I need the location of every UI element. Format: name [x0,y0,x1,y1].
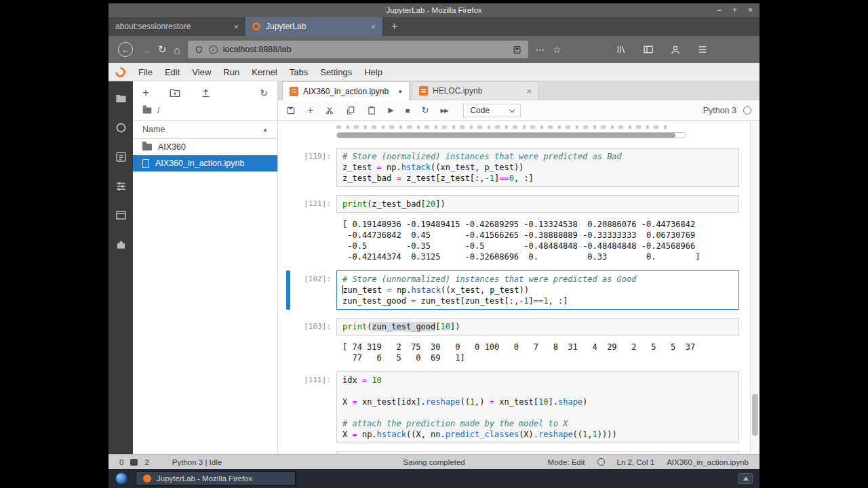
running-sessions-icon[interactable] [115,121,127,134]
property-inspector-icon[interactable] [115,180,127,192]
add-cell-button[interactable]: + [307,104,313,117]
editor-mode[interactable]: Mode: Edit [548,458,585,466]
menu-run[interactable]: Run [217,64,245,80]
taskbar-window-button[interactable]: JupyterLab - Mozilla Firefox [136,471,296,486]
kernels-count[interactable]: 2 [144,458,149,466]
url-text[interactable]: localhost:8888/lab [223,45,507,54]
new-folder-button[interactable] [170,88,180,98]
cell-collapser[interactable] [286,371,290,443]
tracking-shield-icon [195,45,203,54]
home-folder-icon[interactable] [143,108,152,114]
home-button[interactable]: ⌂ [174,44,180,56]
file-item-aix360[interactable]: AIX360 [133,139,277,155]
cell-editor[interactable]: # Store (unnormalized) instances that we… [336,270,739,310]
code-line: # Store (unnormalized) instances that we… [342,274,733,285]
close-tab-icon[interactable]: × [370,22,376,32]
notebook-cell-4[interactable]: [111]:idx = 10 X = xn_test[idx].reshape(… [286,371,739,443]
menu-help[interactable]: Help [358,64,389,80]
browser-tab-jupyterlab[interactable]: JupyterLab × [245,17,382,36]
account-icon[interactable] [670,44,681,55]
cut-cells-button[interactable] [325,106,334,115]
notebook-cell-1[interactable]: [121]:print(z_test_bad[20])[ 0.19148936 … [286,195,739,262]
doc-tab-aix360_in_action.ipynb[interactable]: AIX360_in_action.ipynb● [282,81,410,100]
sidebar-toggle-icon[interactable] [643,44,654,55]
close-window-button[interactable]: × [748,5,753,15]
browser-tab-sessionrestore[interactable]: about:sessionrestore × [108,17,245,36]
notebook-cell-0[interactable]: [119]:# Store (normalized) instances tha… [286,148,739,187]
notebook-scrollbar[interactable] [750,121,760,454]
cell-collapser[interactable] [286,195,290,262]
site-info-icon[interactable]: i [209,45,218,54]
notebook-panel[interactable]: [119]:# Store (normalized) instances tha… [278,121,760,454]
cell-editor[interactable]: print(z_test_bad[20]) [336,195,739,213]
library-icon[interactable] [616,44,627,55]
bookmark-star-icon[interactable]: ☆ [553,44,561,55]
run-cell-button[interactable]: ▶ [388,106,393,115]
file-browser-icon[interactable] [115,92,127,105]
notebook-cell-2[interactable]: [102]:# Store (unnormalized) instances t… [286,270,739,310]
doc-tab-label: AIX360_in_action.ipynb [303,87,394,96]
restart-kernel-button[interactable]: ↻ [421,105,429,115]
breadcrumb[interactable]: / [133,102,277,120]
kernel-indicator[interactable]: Python 3 [703,106,751,115]
open-tabs-icon[interactable] [115,209,127,222]
cell-collapser[interactable] [286,148,290,187]
file-name: AIX360 [158,142,186,152]
code-line: idx = 10 [342,375,733,386]
forward-button[interactable]: → [140,44,151,56]
notebook-cell-3[interactable]: [103]:print(zun_test_good[10])[ 74 319 2… [286,318,739,363]
cell-editor[interactable]: print(zun_test_good[10]) [336,318,739,336]
stop-kernel-button[interactable]: ■ [406,106,410,115]
close-tab-icon[interactable]: × [233,22,239,32]
menu-edit[interactable]: Edit [159,64,186,80]
cell-editor[interactable]: idx = 10 X = xn_test[idx].reshape((1,) +… [336,371,739,443]
file-list-header-label: Name [142,125,165,134]
copy-cells-button[interactable] [346,106,355,115]
extension-manager-icon[interactable] [115,238,127,251]
command-palette-icon[interactable] [115,150,127,163]
reload-button[interactable]: ↻ [158,43,167,56]
menu-view[interactable]: View [186,64,217,80]
upload-button[interactable] [201,88,211,98]
window-titlebar[interactable]: JupyterLab - Mozilla Firefox − + × [108,3,760,17]
reader-view-icon[interactable] [513,45,521,54]
save-button[interactable] [286,106,296,115]
page-actions-icon[interactable]: ⋯ [536,44,545,55]
hamburger-menu-icon[interactable] [697,44,708,55]
cell-collapser[interactable] [286,318,290,363]
notification-icon[interactable] [597,458,605,466]
output-horizontal-scrollbar[interactable] [336,132,686,138]
close-tab-icon[interactable]: × [526,86,532,96]
jupyterlab-app: FileEditViewRunKernelTabsSettingsHelp + … [108,63,760,469]
horizontal-scrollbar-thumb[interactable] [337,133,675,138]
cell-type-select[interactable]: Code [463,104,521,117]
restart-run-all-button[interactable]: ▶▶ [440,107,448,114]
sort-ascending-icon[interactable]: ▲ [262,127,268,133]
cursor-position[interactable]: Ln 2, Col 1 [617,458,655,466]
paste-cells-button[interactable] [367,106,376,115]
menu-settings[interactable]: Settings [314,64,358,80]
refresh-file-list-button[interactable]: ↻ [260,87,268,98]
taskbar-tray-icon[interactable] [738,473,753,484]
maximize-button[interactable]: + [732,5,737,15]
file-item-aix360_in_action.ipynb[interactable]: AIX360_in_action.ipynb [133,155,277,171]
url-bar[interactable]: i localhost:8888/lab [188,41,528,58]
menu-kernel[interactable]: Kernel [245,64,283,80]
kernel-status[interactable]: Python 3 | Idle [172,458,222,466]
back-button[interactable]: ← [118,42,133,57]
new-launcher-button[interactable]: + [142,88,149,98]
cell-collapser[interactable] [286,270,290,310]
menu-file[interactable]: File [132,64,159,80]
terminals-count[interactable]: 0 [119,458,123,466]
cell-editor[interactable]: # Store (normalized) instances that were… [336,148,739,187]
notebook-icon [290,87,298,96]
doc-tab-heloc.ipynb[interactable]: HELOC.ipynb× [412,81,539,100]
firefox-launcher-icon[interactable] [115,472,127,485]
new-tab-button[interactable]: + [382,17,406,36]
menu-tabs[interactable]: Tabs [283,64,314,80]
minimize-button[interactable]: − [717,5,722,15]
file-list-header[interactable]: Name ▲ [133,120,277,139]
kernel-sessions-icon[interactable] [130,459,138,466]
notebook-scrollbar-thumb[interactable] [752,394,758,436]
modified-indicator-icon: ● [399,88,402,95]
